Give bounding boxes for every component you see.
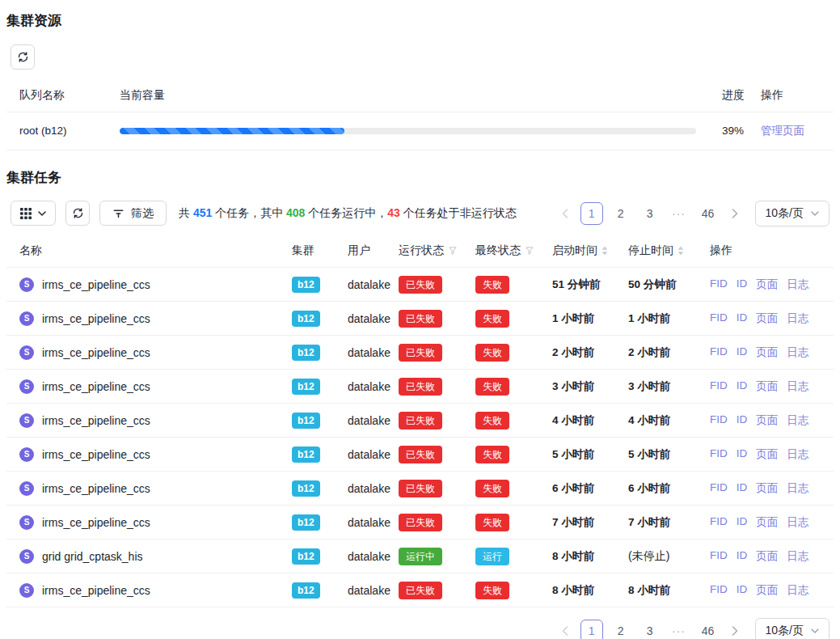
pagination-page-3[interactable]: 3 <box>639 202 661 225</box>
action-link-id[interactable]: ID <box>737 481 748 496</box>
refresh-tasks-button[interactable] <box>65 201 90 226</box>
pagination-page-2[interactable]: 2 <box>610 620 632 639</box>
action-link-日志[interactable]: 日志 <box>787 413 808 428</box>
manage-page-link[interactable]: 管理页面 <box>761 125 804 137</box>
action-link-日志[interactable]: 日志 <box>787 311 808 326</box>
col-header-final-status[interactable]: 最终状态 <box>462 235 539 268</box>
action-link-fid[interactable]: FID <box>710 515 728 530</box>
action-link-id[interactable]: ID <box>737 549 748 564</box>
action-link-日志[interactable]: 日志 <box>787 345 808 360</box>
action-link-页面[interactable]: 页面 <box>756 345 778 360</box>
filter-funnel-icon[interactable] <box>525 246 534 256</box>
action-link-id[interactable]: ID <box>737 583 748 598</box>
task-name: irms_ce_pipeline_ccs <box>42 414 150 427</box>
page-size-select[interactable]: 10条/页 <box>755 618 829 639</box>
action-link-fid[interactable]: FID <box>710 583 728 598</box>
col-header-user: 用户 <box>335 235 386 268</box>
action-link-页面[interactable]: 页面 <box>756 481 778 496</box>
pagination-page-1[interactable]: 1 <box>580 620 603 639</box>
user-cell: datalake <box>335 438 386 472</box>
action-link-id[interactable]: ID <box>737 515 748 530</box>
pagination-page-46[interactable]: 46 <box>697 202 720 225</box>
section-title-tasks: 集群任务 <box>6 150 834 187</box>
action-link-fid[interactable]: FID <box>710 549 728 564</box>
pagination-pages: 123···46 <box>580 620 720 639</box>
row-actions: FIDID页面日志 <box>710 311 830 326</box>
sort-icon[interactable] <box>677 246 684 256</box>
action-link-页面[interactable]: 页面 <box>756 447 778 462</box>
action-link-页面[interactable]: 页面 <box>756 549 778 564</box>
action-link-fid[interactable]: FID <box>710 481 728 496</box>
pagination-page-2[interactable]: 2 <box>610 202 632 225</box>
col-header-cluster: 集群 <box>279 235 335 268</box>
row-actions: FIDID页面日志 <box>710 447 830 462</box>
pagination-prev-button[interactable] <box>556 202 574 225</box>
column-settings-button[interactable] <box>11 201 56 226</box>
action-link-页面[interactable]: 页面 <box>756 277 778 292</box>
run-status-badge: 运行中 <box>399 548 442 565</box>
action-link-id[interactable]: ID <box>737 379 748 394</box>
task-name: irms_ce_pipeline_ccs <box>42 516 150 529</box>
start-time: 7 小时前 <box>539 506 615 540</box>
pagination-page-1[interactable]: 1 <box>580 202 603 225</box>
table-row: S irms_ce_pipeline_ccs b12 datalake 已失败 … <box>6 268 834 302</box>
action-link-fid[interactable]: FID <box>710 413 728 428</box>
row-actions: FIDID页面日志 <box>710 379 830 394</box>
final-status-badge: 失败 <box>475 412 509 430</box>
action-link-页面[interactable]: 页面 <box>756 515 778 530</box>
filter-funnel-icon[interactable] <box>448 246 458 256</box>
action-link-页面[interactable]: 页面 <box>756 311 778 326</box>
action-link-fid[interactable]: FID <box>710 311 728 326</box>
action-link-fid[interactable]: FID <box>710 345 728 360</box>
action-link-fid[interactable]: FID <box>710 379 728 394</box>
action-link-日志[interactable]: 日志 <box>787 583 808 598</box>
pagination-page-3[interactable]: 3 <box>639 620 661 639</box>
action-link-日志[interactable]: 日志 <box>787 515 808 530</box>
start-time: 4 小时前 <box>539 404 615 438</box>
action-link-id[interactable]: ID <box>737 345 748 360</box>
page-size-value: 10条/页 <box>766 206 804 221</box>
run-status-badge: 已失败 <box>399 310 442 328</box>
run-status-badge: 已失败 <box>399 446 442 463</box>
run-status-badge: 已失败 <box>399 480 442 497</box>
user-cell: datalake <box>335 302 386 336</box>
start-time: 5 小时前 <box>539 438 615 472</box>
action-link-fid[interactable]: FID <box>710 277 728 292</box>
action-link-fid[interactable]: FID <box>710 447 728 462</box>
action-link-日志[interactable]: 日志 <box>787 447 808 462</box>
action-link-日志[interactable]: 日志 <box>787 481 808 496</box>
pagination-ellipsis: ··· <box>668 620 690 639</box>
refresh-resources-button[interactable] <box>11 44 35 70</box>
action-link-页面[interactable]: 页面 <box>756 583 778 598</box>
col-header-stop-time[interactable]: 停止时间 <box>615 235 697 268</box>
cluster-badge: b12 <box>292 582 320 599</box>
action-link-日志[interactable]: 日志 <box>787 549 808 564</box>
stop-time: 1 小时前 <box>615 302 697 336</box>
filter-button[interactable]: 筛选 <box>99 201 167 226</box>
pagination-next-button[interactable] <box>726 202 744 225</box>
final-status-badge: 失败 <box>475 582 509 599</box>
sort-icon[interactable] <box>602 246 608 256</box>
col-header-start-time[interactable]: 启动时间 <box>539 235 615 268</box>
cluster-badge: b12 <box>292 345 320 361</box>
stop-time: 5 小时前 <box>615 438 697 472</box>
stop-time: (未停止) <box>615 540 697 573</box>
pagination-next-button[interactable] <box>726 620 744 639</box>
run-status-badge: 已失败 <box>399 378 442 396</box>
action-link-id[interactable]: ID <box>737 447 748 462</box>
pagination-prev-button[interactable] <box>556 620 574 639</box>
section-title-resources: 集群资源 <box>6 0 834 30</box>
action-link-页面[interactable]: 页面 <box>756 379 778 394</box>
action-link-页面[interactable]: 页面 <box>756 413 778 428</box>
action-link-id[interactable]: ID <box>737 413 748 428</box>
action-link-id[interactable]: ID <box>737 311 748 326</box>
avatar: S <box>19 379 34 394</box>
run-status-badge: 已失败 <box>399 344 442 362</box>
col-header-run-status[interactable]: 运行状态 <box>386 235 462 268</box>
action-link-id[interactable]: ID <box>737 277 748 292</box>
pagination-page-46[interactable]: 46 <box>697 620 720 639</box>
action-link-日志[interactable]: 日志 <box>787 277 808 292</box>
stop-time: 6 小时前 <box>615 472 697 506</box>
action-link-日志[interactable]: 日志 <box>787 379 808 394</box>
page-size-select[interactable]: 10条/页 <box>755 201 829 226</box>
